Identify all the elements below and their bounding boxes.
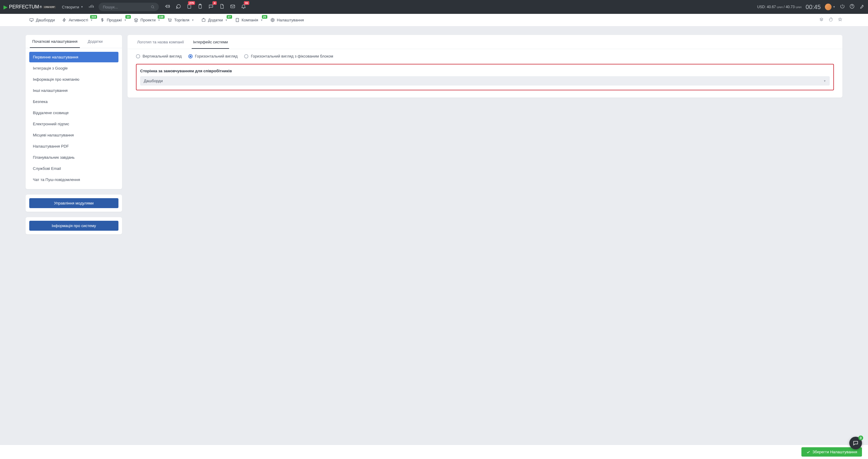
sidebar-tab-addons[interactable]: Додатки bbox=[85, 35, 105, 48]
nav-company[interactable]: Компанія 29 ▼ bbox=[231, 14, 267, 27]
svg-rect-5 bbox=[30, 19, 33, 21]
chevron-down-icon: ▼ bbox=[191, 19, 194, 22]
radio-icon bbox=[188, 54, 193, 59]
sysinfo-card: Інформація про систему bbox=[26, 217, 122, 234]
nav-label: Компанія bbox=[242, 18, 258, 22]
layers-icon bbox=[134, 18, 138, 22]
messages-badge: 4 bbox=[213, 1, 217, 5]
layers-icon[interactable] bbox=[819, 17, 824, 23]
sidebar-item-signature[interactable]: Електронний підпис bbox=[29, 119, 119, 129]
logo-text: PERFECTUM bbox=[9, 4, 39, 10]
select-value: Дашборди bbox=[144, 78, 163, 83]
radio-horizontal-fixed[interactable]: Горизонтальний вигляд з фіксованим блоко… bbox=[244, 54, 333, 59]
modules-card: Управління модулями bbox=[26, 195, 122, 212]
sidebar-item-scheduler[interactable]: Планувальник завдань bbox=[29, 152, 119, 163]
chevron-down-icon: ▼ bbox=[225, 19, 228, 22]
nav-right-icons bbox=[819, 17, 842, 23]
chevron-down-icon: ▼ bbox=[124, 19, 127, 22]
megaphone-icon[interactable] bbox=[165, 4, 170, 10]
layout-radio-group: Вертикальний вигляд Горизонтальний вигля… bbox=[136, 54, 834, 59]
svg-rect-7 bbox=[236, 19, 239, 22]
highlighted-section: Сторінка за замовчуванням для співробітн… bbox=[136, 64, 834, 90]
content-tab-interface[interactable]: Інтерфейс системи bbox=[192, 35, 229, 49]
sidebar-item-other[interactable]: Інші налаштування bbox=[29, 85, 119, 96]
top-header: ▸ PERFECTUM ® CRM+ERP Створити ▼ 275 bbox=[0, 0, 868, 14]
default-page-select[interactable]: Дашборди ▼ bbox=[140, 76, 830, 86]
messages-icon[interactable]: 4 bbox=[208, 4, 214, 10]
chat-icon[interactable] bbox=[176, 4, 181, 10]
svg-rect-3 bbox=[231, 5, 235, 8]
nav-projects[interactable]: Проекти 248 ▼ bbox=[130, 14, 164, 27]
radio-icon bbox=[136, 54, 140, 59]
nav-badge: 319 bbox=[90, 15, 97, 19]
sidebar-item-email[interactable]: Службові Email bbox=[29, 163, 119, 174]
logo-subtext: CRM+ERP bbox=[43, 6, 56, 8]
clipboard-icon[interactable] bbox=[197, 4, 203, 10]
content-panel: Логотип та назва компанії Інтерфейс сист… bbox=[127, 35, 842, 98]
monitor-icon bbox=[29, 18, 34, 22]
sidebar-item-primary[interactable]: Первинне налаштування bbox=[29, 52, 119, 62]
sidebar-item-security[interactable]: Безпека bbox=[29, 96, 119, 107]
nav-label: Додатки bbox=[208, 18, 223, 22]
dollar-icon bbox=[100, 18, 104, 22]
chevron-down-icon: ▼ bbox=[824, 79, 826, 83]
content-tabs: Логотип та назва компанії Інтерфейс сист… bbox=[127, 35, 842, 49]
radio-label: Горизонтальний вигляд з фіксованим блоко… bbox=[251, 54, 333, 59]
nav-activities[interactable]: Активності 319 ▼ bbox=[59, 14, 96, 27]
sidebar-tab-initial[interactable]: Початкові налаштування bbox=[30, 35, 80, 48]
create-dropdown[interactable]: Створити ▼ bbox=[62, 5, 83, 9]
nav-label: Активності bbox=[69, 18, 88, 22]
nav-sales[interactable]: Продажі 10 ▼ bbox=[96, 14, 130, 27]
power-icon[interactable] bbox=[840, 4, 845, 10]
bell-badge: 31 bbox=[244, 1, 249, 5]
nav-settings[interactable]: Налаштування bbox=[267, 14, 308, 27]
search-box[interactable] bbox=[98, 3, 159, 11]
chevron-down-icon: ▼ bbox=[833, 5, 835, 8]
nav-trade[interactable]: Торгівля ▼ bbox=[164, 14, 198, 27]
stats-icon[interactable] bbox=[89, 4, 94, 10]
sidebar-tabs: Початкові налаштування Додатки bbox=[26, 35, 122, 48]
logo[interactable]: ▸ PERFECTUM ® CRM+ERP bbox=[4, 3, 56, 11]
sidebar-item-pdf[interactable]: Налаштування PDF bbox=[29, 141, 119, 152]
bell-icon[interactable]: 31 bbox=[241, 4, 246, 10]
radio-label: Горизонтальний вигляд bbox=[195, 54, 238, 59]
nav-label: Дашборди bbox=[36, 18, 55, 22]
nav-dashboards[interactable]: Дашборди bbox=[26, 14, 59, 27]
nav-badge: 248 bbox=[158, 15, 164, 19]
nav-bar: Дашборди Активності 319 ▼ Продажі 10 ▼ П… bbox=[0, 14, 868, 27]
header-right: USD: 40.67 UAH / 40.73 UAH 00:45 ▼ bbox=[757, 4, 864, 10]
sidebar-item-google[interactable]: Інтеграція з Google bbox=[29, 63, 119, 73]
help-icon[interactable] bbox=[849, 4, 855, 10]
header-icons-left: 275 4 31 bbox=[165, 4, 246, 10]
document-icon[interactable] bbox=[219, 4, 224, 10]
star-icon[interactable] bbox=[838, 17, 842, 23]
avatar-icon bbox=[825, 4, 832, 10]
sidebar-item-local[interactable]: Місцеві налаштування bbox=[29, 130, 119, 140]
radio-icon bbox=[244, 54, 248, 59]
sysinfo-button[interactable]: Інформація про систему bbox=[29, 221, 119, 231]
svg-point-8 bbox=[272, 20, 273, 21]
main-content: Початкові налаштування Додатки Первинне … bbox=[0, 27, 868, 243]
hand-icon[interactable] bbox=[829, 17, 833, 23]
tasks-badge: 275 bbox=[188, 1, 195, 5]
search-input[interactable] bbox=[103, 5, 151, 9]
sidebar-menu: Первинне налаштування Інтеграція з Googl… bbox=[26, 48, 122, 189]
wrench-icon[interactable] bbox=[859, 4, 864, 10]
nav-addons[interactable]: Додатки 27 ▼ bbox=[198, 14, 231, 27]
tasks-icon[interactable]: 275 bbox=[187, 4, 192, 10]
sidebar-item-storage[interactable]: Віддалене сховище bbox=[29, 107, 119, 118]
nav-label: Торгівля bbox=[174, 18, 189, 22]
modules-button[interactable]: Управління модулями bbox=[29, 198, 119, 208]
user-menu[interactable]: ▼ bbox=[825, 4, 835, 10]
chevron-down-icon: ▼ bbox=[90, 19, 93, 22]
chevron-down-icon: ▼ bbox=[260, 19, 263, 22]
registered-icon: ® bbox=[40, 5, 42, 9]
sidebar-item-companyinfo[interactable]: Інформація про компанію bbox=[29, 74, 119, 85]
mail-icon[interactable] bbox=[230, 4, 236, 10]
radio-vertical[interactable]: Вертикальний вигляд bbox=[136, 54, 182, 59]
gear-icon bbox=[270, 18, 275, 22]
building-icon bbox=[235, 18, 240, 22]
radio-horizontal[interactable]: Горизонтальний вигляд bbox=[188, 54, 238, 59]
sidebar-item-chat[interactable]: Чат та Пуш-повідомлення bbox=[29, 174, 119, 185]
content-tab-logo[interactable]: Логотип та назва компанії bbox=[136, 35, 185, 49]
